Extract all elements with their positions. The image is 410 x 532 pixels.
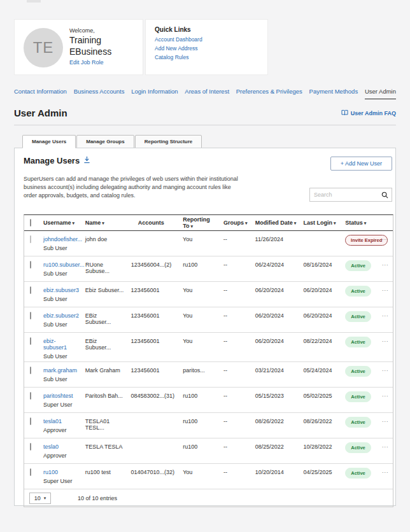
nav-contact-information[interactable]: Contact Information — [14, 88, 67, 99]
nav-areas-of-interest[interactable]: Areas of Interest — [185, 88, 229, 99]
profile-card: TE Welcome, Training EBusiness Edit Job … — [14, 19, 143, 75]
tab-reporting-structure[interactable]: Reporting Structure — [135, 135, 202, 148]
row-menu-icon[interactable]: ... — [382, 362, 393, 387]
user-modified-date: 06/24/2024 — [255, 256, 304, 281]
username-link[interactable]: mark.graham — [43, 367, 77, 374]
username-link[interactable]: tesla01 — [43, 418, 62, 424]
edit-job-role-link[interactable]: Edit Job Role — [69, 59, 104, 66]
user-role: Sub User — [43, 296, 83, 302]
search-input[interactable] — [310, 192, 381, 198]
row-menu-icon[interactable]: ... — [382, 333, 393, 361]
table-row: ru100.subuser...Sub User RUone Subuse...… — [24, 256, 393, 282]
status-badge: Active — [345, 311, 371, 322]
user-modified-date: 06/20/2024 — [255, 333, 304, 361]
username-link[interactable]: tesla0 — [43, 444, 59, 450]
row-menu-icon[interactable]: ... — [382, 464, 393, 489]
quick-link-account-dashboard[interactable]: Account Dashboard — [155, 36, 202, 43]
user-accounts: 123456001 — [131, 282, 183, 307]
user-name: Paritosh Bah... — [85, 388, 131, 412]
user-last-login: 05/02/2025 — [303, 388, 345, 412]
row-checkbox[interactable] — [30, 286, 31, 294]
user-groups: -- — [223, 464, 255, 489]
profile-name-line1: Training — [69, 35, 101, 45]
quick-link-add-new-address[interactable]: Add New Address — [155, 45, 198, 52]
username-link[interactable]: ru100 — [43, 469, 58, 475]
row-checkbox — [30, 235, 31, 243]
row-menu-icon[interactable]: ... — [382, 231, 393, 256]
entries-count: 10 of 10 entries — [78, 495, 117, 501]
search-icon[interactable] — [381, 192, 388, 199]
nav-preferences-privileges[interactable]: Preferences & Privileges — [236, 88, 302, 99]
col-modified-date[interactable]: Modified Date▾ — [255, 220, 304, 226]
manage-users-description: SuperUsers can add and manage the privil… — [24, 175, 239, 200]
col-reporting-to[interactable]: Reporting To▾ — [183, 216, 223, 229]
col-last-login[interactable]: Last Login▾ — [303, 220, 345, 226]
row-menu-icon[interactable]: ... — [382, 256, 393, 281]
table-row: ru100Super User ru100 test 014047010...(… — [24, 464, 393, 489]
user-role: Approver — [43, 427, 83, 433]
user-last-login: 08/22/2024 — [303, 333, 345, 361]
user-reporting-to: You — [183, 282, 223, 307]
nav-business-accounts[interactable]: Business Accounts — [74, 88, 125, 99]
user-role: Super User — [43, 478, 83, 484]
table-row: tesla01Approver TESLA01 TESL... ru100 --… — [24, 413, 393, 438]
download-icon[interactable] — [83, 156, 90, 165]
user-role: Super User — [43, 402, 83, 408]
col-status[interactable]: Status▾ — [345, 220, 382, 226]
row-checkbox[interactable] — [30, 392, 31, 400]
title-divider — [14, 125, 396, 125]
username-link[interactable]: ebiz.subuser2 — [43, 312, 79, 319]
row-checkbox[interactable] — [30, 337, 31, 345]
tab-manage-groups[interactable]: Manage Groups — [76, 135, 134, 148]
tab-manage-users[interactable]: Manage Users — [22, 135, 76, 148]
user-modified-date: 05/15/2023 — [255, 388, 304, 412]
page-size-select[interactable]: 10 ▾ — [29, 493, 51, 504]
user-reporting-to: You — [183, 464, 223, 489]
sort-caret-icon: ▾ — [245, 221, 248, 225]
col-name[interactable]: Name▾ — [85, 220, 131, 226]
manage-users-heading-label: Manage Users — [24, 156, 80, 165]
row-checkbox[interactable] — [30, 312, 31, 319]
row-checkbox[interactable] — [30, 443, 31, 451]
username-link[interactable]: johndoefisher... — [43, 236, 82, 242]
row-checkbox[interactable] — [30, 468, 31, 476]
user-groups: -- — [223, 362, 255, 387]
table-header-row: Username▾ Name▾ Accounts Reporting To▾ G… — [24, 215, 393, 231]
user-accounts: 123456001 — [131, 333, 183, 361]
user-name: Mark Graham — [85, 362, 131, 387]
col-username[interactable]: Username▾ — [43, 220, 85, 226]
user-admin-faq-link[interactable]: User Admin FAQ — [341, 109, 396, 117]
row-checkbox[interactable] — [30, 367, 31, 374]
nav-login-information[interactable]: Login Information — [131, 88, 178, 99]
row-checkbox[interactable] — [30, 417, 31, 425]
welcome-label: Welcome, — [69, 27, 95, 34]
user-reporting-to: paritos... — [183, 362, 223, 387]
username-link[interactable]: paritoshtest — [43, 393, 73, 399]
row-menu-icon[interactable]: ... — [382, 438, 393, 463]
quick-link-catalog-rules[interactable]: Catalog Rules — [155, 54, 188, 60]
status-badge: Active — [345, 286, 371, 297]
row-menu-icon[interactable]: ... — [382, 413, 393, 438]
user-name: EBiz Subuser... — [85, 307, 131, 332]
nav-payment-methods[interactable]: Payment Methods — [309, 88, 358, 99]
table-row: mark.grahamSub User Mark Graham 12345600… — [24, 362, 393, 388]
page-title: User Admin — [14, 108, 67, 118]
row-menu-icon[interactable]: ... — [382, 388, 393, 412]
quick-links-card: Quick Links Account Dashboard Add New Ad… — [145, 19, 268, 75]
sort-caret-icon: ▾ — [102, 221, 104, 225]
table-footer: 10 ▾ 10 of 10 entries — [24, 489, 393, 507]
add-new-user-button[interactable]: + Add New User — [330, 157, 392, 171]
row-menu-icon[interactable]: ... — [382, 307, 393, 332]
user-groups: -- — [223, 413, 255, 438]
avatar: TE — [24, 28, 63, 67]
col-groups[interactable]: Groups▾ — [223, 220, 255, 226]
sort-caret-icon: ▾ — [334, 221, 336, 225]
status-badge: Active — [345, 366, 371, 377]
row-checkbox[interactable] — [30, 261, 31, 269]
row-menu-icon[interactable]: ... — [382, 282, 393, 307]
select-all-checkbox[interactable] — [30, 219, 31, 227]
username-link[interactable]: ebiz.subuser3 — [43, 287, 79, 293]
username-link[interactable]: ebiz- subuser1 — [43, 338, 67, 351]
nav-user-admin[interactable]: User Admin — [365, 88, 396, 99]
username-link[interactable]: ru100.subuser... — [43, 262, 85, 268]
